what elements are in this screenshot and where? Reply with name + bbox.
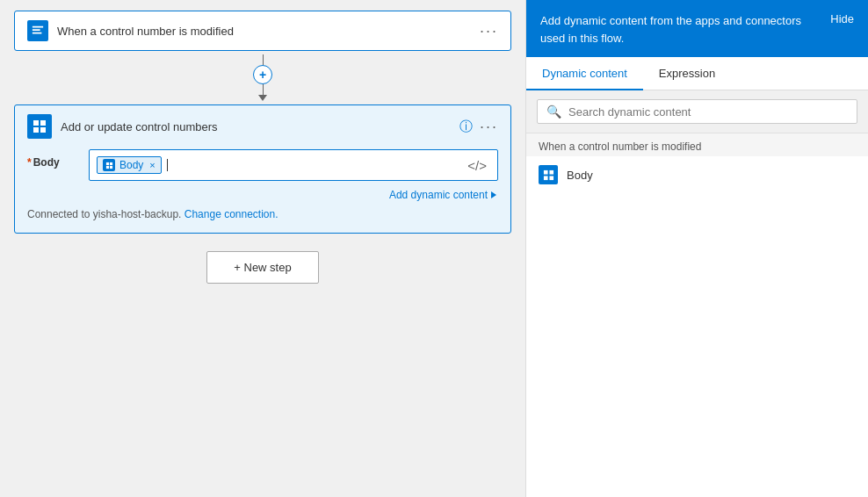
svg-rect-1 xyxy=(33,29,40,31)
svg-rect-13 xyxy=(543,176,547,180)
action-more-button[interactable]: ··· xyxy=(480,119,498,134)
add-dynamic-content-section: Add dynamic content xyxy=(27,188,498,201)
action-card: Add or update control numbers ⓘ ··· *Bod… xyxy=(14,104,511,234)
tabs-bar: Dynamic content Expression xyxy=(526,57,868,90)
trigger-more-button[interactable]: ··· xyxy=(480,23,498,39)
trigger-card: When a control number is modified ··· xyxy=(14,11,511,51)
dynamic-arrow-icon xyxy=(491,191,496,198)
action-card-header: Add or update control numbers ⓘ ··· xyxy=(27,114,498,139)
search-input[interactable] xyxy=(568,105,848,119)
body-input-wrapper[interactable]: Body × </> xyxy=(89,149,498,181)
connector-arrow xyxy=(258,95,267,101)
search-icon: 🔍 xyxy=(546,104,561,119)
right-panel-header-text: Add dynamic content from the apps and co… xyxy=(540,12,830,47)
hide-button[interactable]: Hide xyxy=(830,12,854,25)
new-step-section: + New step xyxy=(14,251,511,284)
text-cursor xyxy=(167,159,168,171)
right-panel: Add dynamic content from the apps and co… xyxy=(525,0,868,497)
body-tag-icon xyxy=(103,159,115,171)
action-header-actions: ⓘ ··· xyxy=(459,119,498,135)
body-tag: Body × xyxy=(97,156,162,174)
right-panel-header: Add dynamic content from the apps and co… xyxy=(526,0,868,57)
connection-info: Connected to yisha-host-backup. Change c… xyxy=(27,208,498,220)
tab-expression[interactable]: Expression xyxy=(643,58,731,90)
search-input-wrapper[interactable]: 🔍 xyxy=(537,99,857,124)
action-title: Add or update control numbers xyxy=(61,120,459,133)
field-code-button[interactable]: </> xyxy=(464,155,490,176)
svg-rect-5 xyxy=(33,127,39,133)
new-step-button[interactable]: + New step xyxy=(206,251,318,284)
trigger-icon xyxy=(27,20,48,41)
svg-rect-3 xyxy=(33,120,39,126)
dynamic-item-body[interactable]: Body xyxy=(526,156,868,193)
tab-dynamic-content[interactable]: Dynamic content xyxy=(526,58,643,90)
svg-rect-8 xyxy=(109,162,112,164)
svg-rect-6 xyxy=(40,127,46,133)
connector-plus[interactable]: + xyxy=(253,65,272,84)
svg-rect-7 xyxy=(105,162,108,164)
action-info-button[interactable]: ⓘ xyxy=(459,119,473,135)
svg-rect-4 xyxy=(40,120,46,126)
add-dynamic-content-link[interactable]: Add dynamic content xyxy=(389,189,496,201)
svg-rect-12 xyxy=(549,169,553,174)
connector-line-bottom xyxy=(263,84,264,95)
required-marker: * xyxy=(27,156,32,169)
dynamic-item-body-label: Body xyxy=(567,169,593,182)
svg-rect-14 xyxy=(549,176,553,180)
dynamic-section-label: When a control number is modified xyxy=(526,133,868,156)
dynamic-item-body-icon xyxy=(539,165,558,184)
svg-rect-0 xyxy=(33,26,43,28)
body-tag-close-button[interactable]: × xyxy=(149,160,155,170)
search-wrapper: 🔍 xyxy=(526,90,868,133)
body-field-row: *Body Body × </> xyxy=(27,149,498,181)
svg-rect-11 xyxy=(543,169,547,174)
svg-rect-2 xyxy=(33,32,42,34)
change-connection-link[interactable]: Change connection. xyxy=(184,208,278,220)
left-panel: When a control number is modified ··· + … xyxy=(0,0,525,497)
svg-rect-9 xyxy=(105,165,108,168)
body-field-label: *Body xyxy=(27,149,80,169)
action-icon xyxy=(27,114,52,139)
connector: + xyxy=(253,54,272,101)
connector-line-top xyxy=(263,54,264,65)
body-tag-text: Body xyxy=(119,159,143,171)
trigger-title: When a control number is modified xyxy=(57,25,480,38)
svg-rect-10 xyxy=(109,165,112,168)
